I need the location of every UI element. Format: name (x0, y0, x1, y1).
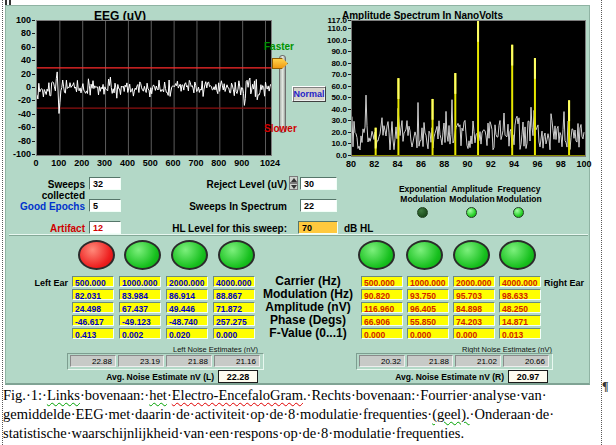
artifact-label: Artifact (6, 223, 85, 234)
right-cell: 98.633 (499, 289, 541, 300)
exponential-modulation-led (417, 207, 428, 218)
frequency-modulation-led (513, 207, 524, 218)
right-cell: 48.250 (499, 302, 541, 313)
hl-level-value[interactable]: 70 (298, 221, 338, 234)
left-cell: 257.275 (213, 315, 255, 326)
reject-level-spinner[interactable] (289, 176, 298, 190)
spinner-up-icon[interactable] (289, 176, 298, 183)
left-noise-cell: 23.19 (118, 355, 164, 367)
caption-line-2: gemiddelde·EEG·met·daarin·de·activiteit·… (3, 405, 603, 424)
left-cell: -46.617 (72, 315, 114, 326)
left-cell: 88.867 (213, 289, 255, 300)
caption-line-3: statistische·waarschijnlijkheid·van·een·… (3, 424, 603, 443)
sweeps-collected-value: 32 (89, 177, 121, 190)
left-response-light-2 (124, 240, 161, 270)
right-ear-label: Right Ear (544, 278, 584, 288)
row-label: F-Value (0...1) (258, 326, 358, 340)
caption-line-1: Fig.·1:·Links·bovenaan:·het·Electro-Ence… (3, 386, 603, 405)
left-cell: -48.740 (166, 315, 208, 326)
right-response-light-4 (499, 240, 536, 270)
document-page: ¶ EEG (uV) 100806040200-20-40-60-80-1000… (0, 0, 616, 445)
good-epochs-label: Good Epochs (6, 201, 85, 212)
right-cell: 96.405 (407, 302, 449, 313)
left-cell: 2000.000 (166, 276, 208, 287)
sweeps-in-spectrum-label: Sweeps In Spectrum (154, 201, 287, 212)
spectrum-plot (352, 21, 585, 156)
text-boundary-left (2, 0, 3, 445)
right-response-light-2 (406, 240, 443, 270)
left-noise-cell: 22.88 (70, 355, 116, 367)
right-cell: 90.820 (361, 289, 403, 300)
avg-noise-right-label: Avg. Noise Estimate nV (R) (352, 372, 504, 382)
right-noise-cell: 21.88 (407, 355, 453, 367)
row-label: Amplitude (nV) (258, 300, 358, 314)
right-cell: 74.203 (453, 315, 495, 326)
right-cell: 0.000 (453, 328, 495, 339)
right-noise-cell: 20.66 (503, 355, 549, 367)
right-cell: 55.850 (407, 315, 449, 326)
left-cell: 0.020 (166, 328, 208, 339)
right-cell: 0.000 (407, 328, 449, 339)
frequency-modulation-label: FrequencyModulation (487, 184, 551, 204)
left-cell: 67.437 (119, 302, 161, 313)
right-cell: 116.960 (361, 302, 403, 313)
left-cell: 24.498 (72, 302, 114, 313)
left-response-light-3 (171, 240, 208, 270)
right-noise-cell: 21.02 (455, 355, 501, 367)
row-label: Modulation (Hz) (258, 287, 358, 301)
right-cell: 14.871 (499, 315, 541, 326)
eeg-waveform (37, 21, 271, 155)
left-cell: 0.002 (119, 328, 161, 339)
sweeps-collected-label: Sweeps collected (6, 179, 85, 201)
right-cell: 0.000 (361, 328, 403, 339)
faster-label: Faster (264, 41, 294, 52)
left-response-light-1 (78, 240, 115, 270)
left-ear-label: Left Ear (8, 278, 68, 288)
right-cell: 0.013 (499, 328, 541, 339)
avg-noise-left-value: 22.28 (218, 370, 258, 383)
left-cell: 71.872 (213, 302, 255, 313)
section-divider (9, 234, 588, 236)
left-cell: -49.123 (119, 315, 161, 326)
eeg-chart (36, 20, 272, 156)
right-noise-cell: 20.32 (359, 355, 405, 367)
db-hl-unit: dB HL (344, 223, 384, 234)
artifact-value: 12 (89, 221, 121, 234)
right-cell: 4000.000 (499, 276, 541, 287)
slower-label: Slower (264, 123, 297, 134)
figure-caption: Fig.·1:·Links·bovenaan:·het·Electro-Ence… (3, 386, 603, 443)
left-cell: 500.000 (72, 276, 114, 287)
avg-noise-right-value: 20.97 (508, 370, 548, 383)
avg-noise-left-label: Avg. Noise Estimate nV (L) (64, 372, 214, 382)
left-response-light-4 (218, 240, 255, 270)
right-cell: 1000.000 (407, 276, 449, 287)
spinner-down-icon[interactable] (289, 183, 298, 190)
left-cell: 0.000 (213, 328, 255, 339)
left-cell: 4000.000 (213, 276, 255, 287)
left-cell: 83.984 (119, 289, 161, 300)
right-cell: 66.906 (361, 315, 403, 326)
normal-speed-button[interactable]: Normal (292, 86, 326, 102)
left-cell: 1000.000 (119, 276, 161, 287)
spectrum-chart (351, 20, 586, 157)
left-cell: 86.914 (166, 289, 208, 300)
sweeps-in-spectrum-value: 22 (300, 199, 337, 212)
right-cell: 95.703 (453, 289, 495, 300)
good-epochs-value: 5 (89, 199, 121, 212)
right-response-light-1 (358, 240, 395, 270)
right-cell: 500.000 (361, 276, 403, 287)
right-cell: 2000.000 (453, 276, 495, 287)
left-cell: 0.413 (72, 328, 114, 339)
reject-level-input[interactable]: 30 (300, 177, 337, 190)
reject-level-label: Reject Level (uV) (154, 179, 287, 190)
left-cell: 82.031 (72, 289, 114, 300)
left-noise-cell: 21.88 (166, 355, 212, 367)
right-cell: 93.750 (407, 289, 449, 300)
amplitude-modulation-led (466, 207, 477, 218)
row-label: Carrier (Hz) (258, 274, 358, 288)
right-response-light-3 (453, 240, 490, 270)
hl-level-label: HL Level for this sweep: (154, 223, 287, 234)
row-label: Phase (Degs) (258, 313, 358, 327)
assr-measurement-panel: EEG (uV) 100806040200-20-40-60-80-100010… (5, 5, 590, 385)
right-cell: 84.898 (453, 302, 495, 313)
